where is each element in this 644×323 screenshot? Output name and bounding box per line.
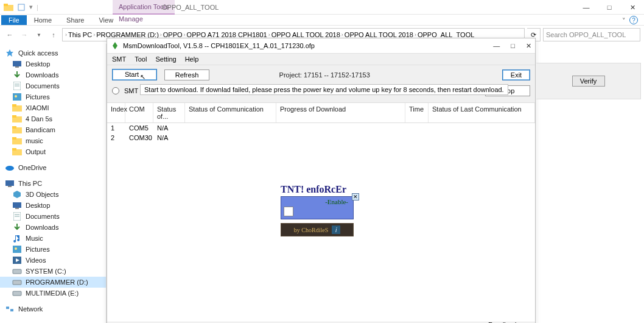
maximize-button[interactable]: □	[598, 0, 621, 15]
ribbon-manage[interactable]: Manage	[119, 15, 143, 23]
nav-item[interactable]: Bandicam	[0, 124, 106, 135]
msm-minimize-button[interactable]: —	[493, 42, 500, 50]
svg-rect-34	[13, 280, 21, 285]
nav-up-button[interactable]: ↑	[47, 29, 60, 41]
search-input[interactable]: Search OPPO_ALL_TOOL	[543, 28, 640, 41]
qat-divider: |	[37, 4, 38, 11]
svg-rect-14	[12, 115, 16, 118]
svg-rect-2	[18, 4, 24, 10]
msm-title-text: MsmDownloadTool, V1.5.8 -- CPH1801EX_11_…	[123, 42, 315, 49]
verify-button[interactable]: Verify	[572, 76, 605, 87]
verify-panel: Verify	[536, 63, 641, 99]
nav-item[interactable]: Documents	[0, 80, 106, 91]
msm-titlebar[interactable]: MsmDownloadTool, V1.5.8 -- CPH1801EX_11_…	[107, 38, 535, 53]
svg-rect-1	[4, 4, 8, 6]
overlay-close-icon[interactable]: ✕	[352, 193, 359, 201]
star-icon	[5, 49, 15, 57]
ribbon-view[interactable]: View	[91, 15, 121, 25]
menu-smt[interactable]: SMT	[112, 55, 126, 63]
nav-item[interactable]: 3D Objects	[0, 189, 106, 200]
nav-network[interactable]: Network	[0, 303, 106, 314]
nav-item[interactable]: Pictures	[0, 91, 106, 102]
nav-item[interactable]: Desktop	[0, 200, 106, 211]
col-status[interactable]: Status of...	[153, 103, 185, 122]
col-com[interactable]: COM	[125, 103, 153, 122]
msm-maximize-button[interactable]: □	[511, 42, 515, 50]
nav-onedrive[interactable]: OneDrive	[0, 162, 106, 173]
project-label: Project: 17151 -- 17152-17153	[279, 71, 370, 79]
overlay-enable-box[interactable]: ✕ -Enable-	[281, 196, 354, 219]
table-row[interactable]: 2COM30N/A	[107, 133, 535, 143]
nav-item[interactable]: XIAOMI	[0, 102, 106, 113]
col-time[interactable]: Time	[405, 103, 429, 122]
exit-button[interactable]: Exit	[502, 69, 530, 80]
properties-icon[interactable]	[17, 3, 26, 12]
nav-item[interactable]: Desktop	[0, 59, 106, 69]
svg-point-10	[15, 95, 17, 98]
msm-window: MsmDownloadTool, V1.5.8 -- CPH1801EX_11_…	[107, 38, 536, 323]
status-readback: Readback Verify	[488, 321, 535, 324]
nav-this-pc[interactable]: This PC	[0, 178, 106, 189]
svg-rect-37	[10, 309, 13, 311]
qat-chevron-icon[interactable]: ▾	[29, 3, 33, 11]
overlay-enable-label: -Enable-	[282, 198, 352, 205]
minimize-button[interactable]: —	[575, 0, 598, 15]
breadcrumb-segment[interactable]: This PC	[68, 31, 92, 38]
start-button[interactable]: Start↖	[112, 69, 157, 80]
help-icon[interactable]: ?	[629, 16, 638, 24]
svg-rect-22	[5, 180, 14, 186]
col-progress[interactable]: Progress of Download	[276, 103, 405, 122]
info-icon[interactable]: i	[332, 225, 340, 234]
nav-item[interactable]: music	[0, 135, 106, 146]
svg-rect-20	[12, 148, 16, 151]
nav-recent-icon[interactable]: ▼	[33, 29, 45, 41]
svg-marker-3	[6, 49, 13, 57]
folder-icon	[4, 3, 13, 12]
overlay-by-label: by ChoRdileS	[294, 227, 328, 233]
ribbon-share[interactable]: Share	[59, 15, 91, 25]
ribbon: File Home Share View Manage ˅ ?	[0, 15, 644, 26]
nav-item[interactable]: Downloads	[0, 222, 106, 233]
col-index[interactable]: Index	[107, 103, 125, 122]
svg-rect-35	[13, 291, 21, 296]
menu-help[interactable]: Help	[185, 55, 199, 63]
refresh-button[interactable]: Refresh	[164, 69, 209, 80]
nav-item[interactable]: PROGRAMMER (D:)	[0, 277, 106, 288]
nav-item[interactable]: MULTIMEDIA (E:)	[0, 288, 106, 299]
svg-rect-18	[12, 137, 16, 140]
msm-close-button[interactable]: ✕	[526, 42, 531, 50]
svg-rect-24	[13, 202, 21, 208]
ribbon-home[interactable]: Home	[27, 15, 59, 25]
nav-item[interactable]: Output	[0, 146, 106, 157]
smt-mode-radio[interactable]	[112, 87, 119, 94]
col-last[interactable]: Status of Last Communication	[429, 103, 535, 122]
nav-quick-access[interactable]: Quick access	[0, 48, 106, 59]
svg-rect-9	[13, 93, 21, 101]
nav-item[interactable]: 4 Dan 5s	[0, 113, 106, 124]
cursor-icon: ↖	[140, 73, 145, 80]
table-row[interactable]: 1COM5N/A	[107, 123, 535, 133]
close-button[interactable]: ✕	[621, 0, 644, 15]
msm-toolbar: Start↖ Refresh Project: 17151 -- 17152-1…	[107, 65, 535, 103]
nav-forward-button[interactable]: →	[18, 29, 30, 41]
document-icon	[284, 207, 293, 216]
menu-tool[interactable]: Tool	[135, 55, 147, 63]
nav-item[interactable]: Music	[0, 233, 106, 244]
msm-app-icon	[111, 41, 119, 50]
pc-icon	[5, 179, 15, 188]
col-status-comm[interactable]: Status of Communication	[185, 103, 276, 122]
svg-rect-33	[13, 269, 21, 274]
menu-setting[interactable]: Setting	[155, 55, 176, 63]
nav-item[interactable]: Pictures	[0, 244, 106, 255]
svg-rect-16	[12, 126, 16, 129]
nav-item[interactable]: Downloads	[0, 69, 106, 80]
grid-header[interactable]: Index COM Status of... Status of Communi…	[107, 103, 535, 123]
ribbon-file[interactable]: File	[1, 15, 27, 25]
msm-menubar: SMT Tool Setting Help	[107, 53, 535, 65]
svg-rect-4	[13, 61, 21, 66]
nav-item[interactable]: Videos	[0, 255, 106, 266]
nav-item[interactable]: SYSTEM (C:)	[0, 266, 106, 277]
nav-item[interactable]: Documents	[0, 211, 106, 222]
nav-back-button[interactable]: ←	[4, 29, 16, 41]
ribbon-collapse-icon[interactable]: ˅	[622, 17, 626, 25]
